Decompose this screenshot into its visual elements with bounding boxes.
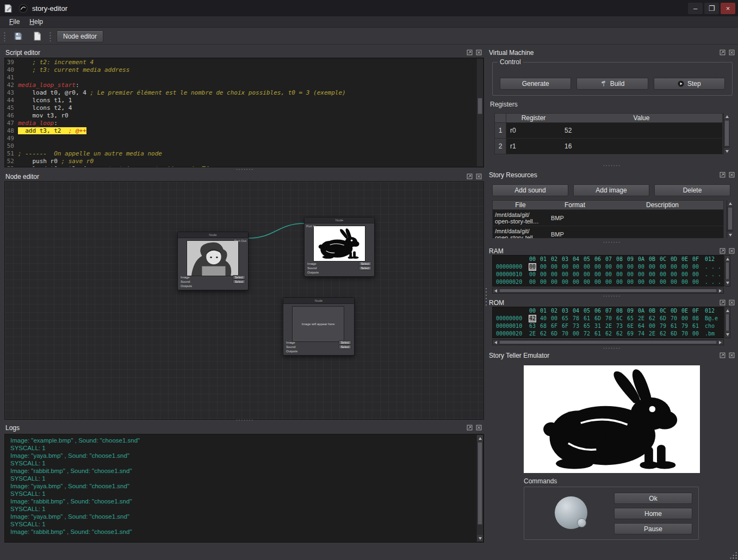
graph-node[interactable]: NodePort OutImageSelectSoundSelectOutput…: [177, 232, 249, 290]
node-select-button[interactable]: Select: [233, 279, 245, 284]
hex-byte[interactable]: 00: [539, 263, 547, 271]
hex-byte[interactable]: 00: [550, 278, 558, 286]
menu-file[interactable]: File: [4, 17, 24, 27]
scroll-down-icon[interactable]: [725, 279, 730, 286]
hex-byte[interactable]: 6D: [659, 315, 667, 322]
hex-byte[interactable]: 00: [594, 278, 601, 286]
hex-byte[interactable]: 00: [659, 263, 667, 271]
node-select-button[interactable]: Select: [359, 262, 371, 266]
hex-byte[interactable]: 61: [594, 330, 601, 338]
node-select-button[interactable]: Select: [359, 266, 371, 271]
scroll-down-icon[interactable]: [724, 148, 730, 154]
hex-byte[interactable]: 00: [561, 263, 569, 271]
hex-byte[interactable]: 00: [648, 322, 656, 330]
code-line[interactable]: 41: [5, 74, 476, 82]
hex-byte[interactable]: 42: [529, 315, 536, 322]
hex-byte[interactable]: 00: [670, 263, 678, 271]
close-icon[interactable]: [475, 49, 482, 56]
scroll-up-icon[interactable]: [725, 307, 730, 314]
hex-byte[interactable]: 00: [583, 263, 591, 271]
node-editor-toggle-button[interactable]: Node editor: [57, 30, 103, 42]
toolbar-handle[interactable]: [3, 32, 6, 41]
code-line[interactable]: 47media_loop:: [5, 120, 476, 127]
float-icon[interactable]: [466, 173, 473, 180]
hex-byte[interactable]: 69: [627, 330, 634, 338]
node-canvas[interactable]: NodePort OutImageSelectSoundSelectOutput…: [4, 181, 484, 420]
scroll-left-icon[interactable]: [493, 340, 499, 345]
hex-byte[interactable]: 00: [561, 278, 569, 286]
hex-byte[interactable]: 6C: [616, 315, 623, 322]
code-line[interactable]: 42media_loop_start:: [5, 82, 476, 89]
hex-byte[interactable]: 2E: [637, 315, 645, 322]
log-output[interactable]: Image: "example.bmp" , Sound: "choose1.s…: [4, 434, 484, 543]
port-out-label[interactable]: Port Out: [234, 239, 246, 242]
hex-byte[interactable]: 00: [616, 271, 623, 278]
hex-byte[interactable]: 00: [572, 271, 580, 278]
hex-byte[interactable]: 61: [692, 322, 699, 330]
code-line[interactable]: 51; ------ On appelle un autre media nod…: [5, 150, 476, 158]
hex-byte[interactable]: 61: [670, 322, 678, 330]
code-editor[interactable]: 39 ; t2: increment 440 ; t3: current med…: [4, 58, 484, 167]
hex-byte[interactable]: 70: [605, 315, 612, 322]
hex-byte[interactable]: 00: [648, 271, 656, 278]
delete-button[interactable]: Delete: [654, 184, 730, 196]
scroll-right-icon[interactable]: [717, 340, 723, 345]
resource-row[interactable]: /mnt/data/git/ open-story-tell… BMP: [492, 226, 724, 238]
hex-byte[interactable]: 00: [681, 271, 689, 278]
hex-byte[interactable]: 2E: [605, 322, 612, 330]
hex-byte[interactable]: 65: [627, 315, 634, 322]
hex-byte[interactable]: 73: [616, 322, 623, 330]
port-in-label[interactable]: Port In: [306, 225, 316, 228]
close-icon[interactable]: [728, 300, 735, 306]
hex-byte[interactable]: 00: [561, 271, 569, 278]
hex-byte[interactable]: 78: [572, 315, 580, 322]
code-line[interactable]: 39 ; t2: increment 4: [5, 59, 476, 66]
code-line[interactable]: 50: [5, 142, 476, 150]
hex-byte[interactable]: 00: [605, 278, 612, 286]
menu-help[interactable]: Help: [24, 17, 48, 27]
ram-vertical-scrollbar[interactable]: [724, 255, 730, 287]
hex-byte[interactable]: 6F: [550, 322, 558, 330]
hex-byte[interactable]: 00: [681, 263, 689, 271]
code-line[interactable]: 52 push r0 ; save r0: [5, 158, 476, 165]
scroll-up-icon[interactable]: [727, 200, 733, 207]
code-line[interactable]: 40 ; t3: current media address: [5, 66, 476, 74]
file-column-header[interactable]: File: [493, 201, 548, 209]
scroll-up-icon[interactable]: [725, 256, 730, 262]
close-icon[interactable]: [728, 352, 735, 359]
scroll-left-icon[interactable]: [493, 288, 499, 293]
hex-byte[interactable]: 00: [583, 278, 591, 286]
hex-byte[interactable]: 64: [637, 322, 645, 330]
hex-byte[interactable]: 6F: [561, 322, 569, 330]
hex-byte[interactable]: 08: [692, 315, 699, 322]
float-icon[interactable]: [466, 425, 473, 431]
hex-byte[interactable]: 00: [550, 271, 558, 278]
node-select-button[interactable]: Select: [233, 275, 245, 280]
hex-byte[interactable]: 65: [583, 322, 591, 330]
ok-button[interactable]: Ok: [614, 493, 692, 504]
hex-byte[interactable]: 74: [637, 330, 645, 338]
hex-byte[interactable]: 6E: [627, 322, 634, 330]
hex-byte[interactable]: 6D: [594, 315, 601, 322]
hex-byte[interactable]: 70: [561, 330, 569, 338]
hex-byte[interactable]: 65: [561, 315, 569, 322]
vertical-splitter-handle[interactable]: [485, 287, 488, 307]
code-line[interactable]: 45 lcons t2, 4: [5, 104, 476, 112]
hex-byte[interactable]: 00: [529, 263, 536, 271]
step-button[interactable]: Step: [654, 78, 725, 90]
scroll-down-icon[interactable]: [727, 232, 733, 238]
code-line[interactable]: 44 lcons t1, 1: [5, 97, 476, 104]
scroll-up-icon[interactable]: [724, 113, 730, 120]
add-image-button[interactable]: Add image: [573, 184, 649, 196]
hex-byte[interactable]: 79: [681, 322, 689, 330]
hex-byte[interactable]: 00: [627, 271, 634, 278]
hex-byte[interactable]: 00: [594, 263, 601, 271]
hex-byte[interactable]: 00: [572, 330, 580, 338]
code-editor-scrollbar[interactable]: [476, 59, 483, 166]
splitter-handle[interactable]: [575, 346, 648, 350]
toolbar-handle[interactable]: [49, 32, 52, 41]
ram-hex-view[interactable]: 000102030405060708090A0B0C0D0E0F01200000…: [492, 255, 724, 287]
float-icon[interactable]: [719, 49, 725, 56]
hex-byte[interactable]: 73: [572, 322, 580, 330]
hex-byte[interactable]: 00: [605, 263, 612, 271]
